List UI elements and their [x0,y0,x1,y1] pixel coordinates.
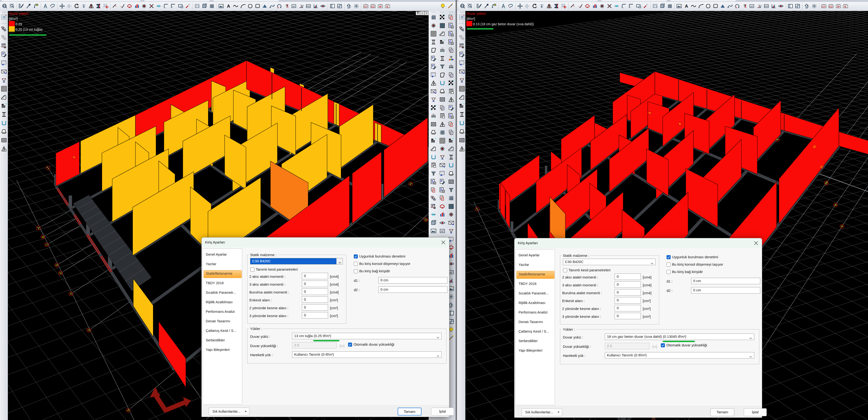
svg-text:X: X [181,395,183,399]
svg-text:4: 4 [450,75,451,77]
svg-text:Y: Y [157,390,159,394]
svg-text:[tf/m²]: [tf/m²] [467,17,475,21]
svg-text:2: 2 [736,6,737,9]
svg-text:0.13 (18 cm gaz beton duvar (s: 0.13 (18 cm gaz beton duvar (sıva dahil)… [473,22,534,26]
svg-text:m²: m² [750,5,753,8]
svg-text:1: 1 [595,4,596,6]
svg-text:?: ? [285,4,288,8]
svg-text:4: 4 [441,108,442,110]
svg-text:1: 1 [443,212,444,214]
svg-text:4: 4 [450,51,451,53]
svg-text:12: 12 [760,4,762,7]
svg-text:Duvar yükleri: Duvar yükleri [467,12,486,15]
svg-text:m²: m² [450,271,453,274]
svg-text:B,: B, [844,5,846,8]
svg-text:0.25 (13 cm tuğla): 0.25 (13 cm tuğla) [16,28,42,31]
svg-text:1: 1 [137,4,138,6]
svg-text:A: A [227,4,230,8]
svg-text:A: A [685,4,688,8]
svg-text:0.29: 0.29 [16,22,22,26]
svg-text:3P: 3P [379,5,381,8]
svg-text:m²: m² [441,230,444,232]
svg-text:F: F [433,113,434,115]
svg-text:mm²: mm² [764,5,768,7]
svg-text:B,: B, [386,5,389,8]
svg-text:F: F [442,47,443,49]
svg-text:1: 1 [452,253,453,255]
svg-text:X,Y: X,Y [364,5,368,8]
svg-text:?: ? [743,4,746,8]
svg-text:E,Z: E,Z [829,5,833,8]
svg-text:2: 2 [278,6,279,9]
svg-text:X,Y: X,Y [822,5,826,8]
svg-text:[tf/m²]: [tf/m²] [9,17,18,21]
svg-text:F: F [451,64,452,66]
svg-text:m²: m² [292,5,295,8]
svg-text:12: 12 [302,4,304,7]
svg-text:mm²: mm² [306,5,310,7]
svg-text:3P: 3P [837,5,839,8]
svg-text:E,Z: E,Z [371,5,375,8]
svg-text:4: 4 [450,133,451,135]
svg-text:Duvar yükleri: Duvar yükleri [9,12,29,15]
